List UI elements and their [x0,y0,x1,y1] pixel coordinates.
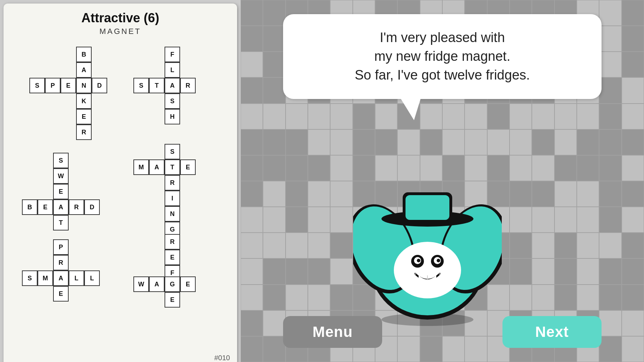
cell: A [53,270,69,286]
svg-rect-9 [406,195,449,220]
cell: R [165,175,180,191]
svg-point-16 [437,259,440,262]
cell: P [53,239,69,255]
cell: R [69,199,84,215]
cell: L [69,270,84,286]
cell: N [76,78,92,93]
puzzle-panel: Attractive (6) MAGNET B A S P E N D K E … [4,4,237,362]
cell: F [165,47,180,62]
cell: E [180,276,196,292]
puzzle-title: Attractive (6) [11,11,230,25]
cell: A [149,159,165,175]
crossword-area: B A S P E N D K E R F L S T A R S H S W … [11,43,230,347]
cell: A [53,199,69,215]
cell: B [22,199,38,215]
speech-bubble: I'm very pleased withmy new fridge magne… [283,14,602,99]
cell: W [133,276,149,292]
cell: T [53,215,69,230]
cell: A [165,78,180,93]
cell: S [165,93,180,109]
cell: K [76,93,92,109]
cell: T [165,159,180,175]
cell: D [92,78,107,93]
cell: G [165,276,180,292]
cell: E [165,250,180,265]
cell: S [53,153,69,168]
right-panel: I'm very pleased withmy new fridge magne… [241,0,644,362]
cell: W [53,168,69,184]
svg-point-15 [417,259,420,262]
cell: I [165,191,180,206]
svg-point-18 [439,270,452,277]
cell: M [133,159,149,175]
cell: R [53,255,69,270]
cell: S [22,270,38,286]
cell: B [76,47,92,62]
cell: S [29,78,45,93]
character [353,178,502,327]
cell: E [180,159,196,175]
cell: E [53,184,69,199]
cell: R [165,234,180,250]
cell: E [38,199,53,215]
buttons-row: Menu Next [283,316,602,348]
cell: E [53,286,69,302]
cell: T [149,78,165,93]
svg-point-10 [394,242,461,298]
svg-point-17 [403,270,416,277]
cell: M [38,270,53,286]
cell: S [165,144,180,159]
cell: A [76,62,92,78]
cell: R [180,78,196,93]
cell: D [84,199,100,215]
cell: L [84,270,100,286]
cell: L [165,62,180,78]
puzzle-subtitle: MAGNET [11,27,230,36]
speech-text: I'm very pleased withmy new fridge magne… [301,28,584,85]
cell: S [133,78,149,93]
menu-button[interactable]: Menu [283,316,382,348]
cell: H [165,109,180,124]
cell: E [76,109,92,124]
cell: E [61,78,76,93]
puzzle-number: #010 [214,354,230,362]
cell: A [149,276,165,292]
cell: R [76,124,92,140]
cell: N [165,206,180,222]
cell: P [45,78,61,93]
next-button[interactable]: Next [502,316,602,348]
cell: E [165,292,180,308]
